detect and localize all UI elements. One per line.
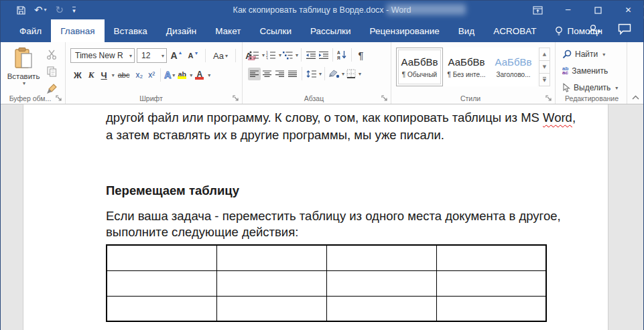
table-cell[interactable] bbox=[436, 270, 546, 296]
justify-icon[interactable] bbox=[286, 68, 299, 80]
cut-icon[interactable] bbox=[45, 48, 58, 60]
select-button[interactable]: Выделить ▾ bbox=[562, 83, 618, 92]
minimize-icon[interactable]: ─ bbox=[553, 1, 583, 19]
table-cell[interactable] bbox=[326, 296, 436, 321]
tab-layout[interactable]: Макет bbox=[206, 19, 250, 42]
styles-group: АаБбВв ¶ Обычный АаБбВв ¶ Без инте... Аа… bbox=[391, 42, 556, 104]
font-group: Times New R▾ 12▾ A▲ A▼ Aa▾ А bbox=[66, 42, 243, 104]
find-button[interactable]: Найти ▾ bbox=[562, 50, 605, 59]
bullets-icon[interactable] bbox=[248, 49, 261, 62]
clipboard-group: Вставить ▾ Буфер обм... bbox=[1, 42, 66, 104]
bold-button[interactable]: Ж bbox=[70, 68, 85, 82]
select-dropdown-caret[interactable]: ▾ bbox=[615, 85, 618, 91]
table-cell[interactable] bbox=[436, 245, 546, 270]
sort-icon[interactable]: АЯ bbox=[336, 49, 348, 62]
tab-references[interactable]: Ссылки bbox=[250, 19, 301, 42]
table-cell[interactable] bbox=[107, 270, 216, 296]
multilevel-caret[interactable]: ▾ bbox=[296, 52, 298, 58]
change-case-button[interactable]: Aa▾ bbox=[210, 48, 231, 63]
line-spacing-caret[interactable]: ▾ bbox=[319, 71, 322, 77]
undo-dropdown-caret[interactable]: ▾ bbox=[44, 7, 47, 13]
grow-font-button[interactable]: A▲ bbox=[169, 48, 184, 63]
customize-qat-icon[interactable]: ▾ bbox=[72, 7, 76, 14]
shrink-font-button[interactable]: A▼ bbox=[186, 48, 200, 63]
table-cell[interactable] bbox=[216, 270, 326, 296]
highlight-color-button[interactable]: ab bbox=[176, 70, 188, 80]
tab-mailings[interactable]: Рассылки bbox=[301, 19, 361, 42]
paste-button[interactable]: Вставить ▾ bbox=[5, 47, 42, 94]
paste-dropdown-caret[interactable]: ▾ bbox=[23, 80, 25, 86]
styles-gallery-more-icon[interactable]: ▼ bbox=[539, 74, 550, 86]
paragraph-2: Если ваша задача - переместить таблицу и… bbox=[106, 208, 575, 240]
copy-icon[interactable] bbox=[45, 66, 58, 78]
undo-button[interactable]: ↶▾ bbox=[34, 5, 47, 15]
table-cell[interactable] bbox=[216, 296, 326, 321]
table-cell[interactable] bbox=[107, 245, 216, 270]
align-center-icon[interactable] bbox=[261, 68, 273, 80]
paragraph-dialog-launcher[interactable] bbox=[381, 95, 388, 102]
style-heading1[interactable]: АаБбВв Заголово... bbox=[490, 48, 537, 86]
replace-button[interactable]: ab ac Заменить bbox=[562, 66, 608, 76]
share-person-icon[interactable] bbox=[587, 23, 600, 35]
table-cell[interactable] bbox=[216, 245, 326, 270]
tab-file[interactable]: Файл bbox=[10, 19, 51, 42]
comments-icon[interactable] bbox=[618, 23, 631, 35]
font-size-combobox[interactable]: 12▾ bbox=[137, 48, 167, 63]
align-left-icon[interactable] bbox=[248, 68, 261, 80]
tab-home[interactable]: Главная bbox=[51, 19, 104, 42]
italic-button[interactable]: К bbox=[85, 68, 98, 82]
font-dialog-launcher[interactable] bbox=[233, 95, 239, 102]
styles-scroll-up-icon[interactable]: ▲ bbox=[539, 48, 550, 61]
font-color-button[interactable]: А bbox=[192, 70, 206, 80]
format-painter-icon[interactable] bbox=[45, 83, 58, 95]
style-normal[interactable]: АаБбВв ¶ Обычный bbox=[396, 48, 443, 86]
borders-caret[interactable]: ▾ bbox=[359, 71, 361, 77]
decrease-indent-icon[interactable] bbox=[304, 49, 317, 62]
tab-design[interactable]: Дизайн bbox=[157, 19, 206, 42]
word-window: ↶▾ ↻ ▾ Как скопировать таблицу в Ворде.d… bbox=[0, 0, 644, 330]
strikethrough-button[interactable]: abc bbox=[115, 70, 133, 80]
clipboard-dialog-launcher[interactable] bbox=[56, 95, 62, 102]
ribbon-tab-row: Файл Главная Вставка Дизайн Макет Ссылки… bbox=[1, 19, 643, 42]
table-cell[interactable] bbox=[326, 245, 436, 270]
text-effects-button[interactable]: А▾ bbox=[164, 69, 176, 81]
multilevel-list-icon[interactable] bbox=[281, 49, 294, 62]
font-name-combobox[interactable]: Times New R▾ bbox=[70, 48, 135, 63]
blurred-account-name bbox=[387, 4, 466, 15]
find-dropdown-caret[interactable]: ▾ bbox=[602, 52, 605, 58]
table-cell[interactable] bbox=[326, 270, 436, 296]
ribbon-display-options-icon[interactable] bbox=[523, 1, 553, 19]
tab-view[interactable]: Вид bbox=[449, 19, 484, 42]
save-icon[interactable] bbox=[17, 6, 25, 15]
shading-icon[interactable] bbox=[328, 68, 340, 80]
borders-icon[interactable] bbox=[344, 68, 357, 80]
document-heading: Перемещаем таблицу bbox=[106, 182, 575, 199]
table-cell[interactable] bbox=[107, 296, 216, 321]
close-icon[interactable]: ✕ bbox=[613, 1, 643, 19]
subscript-button[interactable]: x₂ bbox=[133, 70, 145, 80]
styles-scroll-down-icon[interactable]: ▼ bbox=[539, 61, 550, 74]
tab-acrobat[interactable]: ACROBAT bbox=[484, 19, 545, 42]
numbering-icon[interactable]: 123 bbox=[265, 49, 277, 62]
clipboard-mini-buttons bbox=[45, 48, 58, 95]
paragraph-1-line-2: а затем вставлять их в другие программы,… bbox=[106, 127, 575, 144]
tab-review[interactable]: Рецензирование bbox=[361, 19, 449, 42]
paragraph-group-label: Абзац bbox=[247, 94, 381, 102]
line-spacing-icon[interactable] bbox=[305, 68, 318, 80]
styles-dialog-launcher[interactable] bbox=[545, 95, 552, 102]
underline-button[interactable]: Ч bbox=[98, 68, 111, 82]
table-cell[interactable] bbox=[436, 296, 546, 321]
tab-insert[interactable]: Вставка bbox=[105, 19, 157, 42]
maximize-icon[interactable] bbox=[583, 1, 613, 19]
collapse-ribbon-icon[interactable] bbox=[632, 95, 639, 100]
svg-text:3: 3 bbox=[266, 56, 268, 60]
align-right-icon[interactable] bbox=[273, 68, 286, 80]
font-color-dropdown-caret[interactable]: ▾ bbox=[208, 72, 210, 78]
titlebar: ↶▾ ↻ ▾ Как скопировать таблицу в Ворде.d… bbox=[1, 1, 643, 19]
document-page[interactable]: другой файл или программу. К слову, о то… bbox=[23, 104, 608, 330]
editing-group: Найти ▾ ab ac Заменить Выделить ▾ Редакт… bbox=[556, 42, 627, 104]
increase-indent-icon[interactable] bbox=[317, 49, 330, 62]
style-no-spacing[interactable]: АаБбВв ¶ Без инте... bbox=[443, 48, 490, 86]
show-paragraph-marks-icon[interactable]: ¶ bbox=[355, 49, 367, 62]
superscript-button[interactable]: x² bbox=[145, 70, 157, 80]
